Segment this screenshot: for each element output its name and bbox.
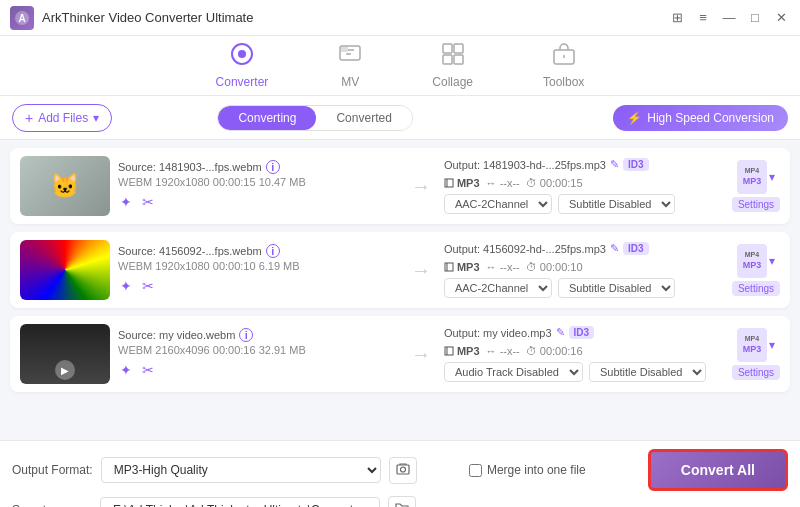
channel-select-1[interactable]: AAC-2Channel: [444, 194, 552, 214]
collage-icon: [441, 42, 465, 71]
svg-point-3: [238, 50, 246, 58]
settings-button-1[interactable]: Settings: [732, 197, 780, 212]
mv-icon: [338, 42, 362, 71]
file-actions-1: ✦ ✂: [118, 192, 398, 212]
bitrate-3: ↔ --x--: [486, 345, 520, 357]
subtitle-select-2[interactable]: Subtitle Disabled: [558, 278, 675, 298]
menu-button[interactable]: ≡: [694, 9, 712, 27]
file-meta-3: WEBM 2160x4096 00:00:16 32.91 MB: [118, 344, 398, 356]
file-list: 🐱 Source: 1481903-...fps.webm i WEBM 192…: [0, 140, 800, 440]
grid-button[interactable]: ⊞: [668, 9, 686, 27]
camera-button[interactable]: [389, 457, 417, 484]
output-source-2: Output: 4156092-hd-...25fps.mp3 ✎ ID3: [444, 242, 724, 255]
sparkle-button-1[interactable]: ✦: [118, 192, 134, 212]
cut-button-3[interactable]: ✂: [140, 360, 156, 380]
svg-text:A: A: [18, 13, 25, 24]
mp3-dropdown-icon-1[interactable]: ▾: [769, 170, 775, 184]
sparkle-button-3[interactable]: ✦: [118, 360, 134, 380]
add-files-label: Add Files: [38, 111, 88, 125]
app-title: ArkThinker Video Converter Ultimate: [42, 10, 253, 25]
bitrate-1: ↔ --x--: [486, 177, 520, 189]
merge-label: Merge into one file: [487, 463, 586, 477]
nav-mv[interactable]: MV: [328, 37, 372, 94]
file-meta-2: WEBM 1920x1080 00:00:10 6.19 MB: [118, 260, 398, 272]
cut-button-2[interactable]: ✂: [140, 276, 156, 296]
svg-rect-7: [454, 44, 463, 53]
svg-rect-8: [443, 55, 452, 64]
window-controls: ⊞ ≡ — □ ✕: [668, 9, 790, 27]
channel-select-3[interactable]: Audio Track Disabled: [444, 362, 583, 382]
title-bar: A ArkThinker Video Converter Ultimate ⊞ …: [0, 0, 800, 36]
settings-col-1: MP4 MP3 ▾ Settings: [732, 160, 780, 212]
nav-collage-label: Collage: [432, 75, 473, 89]
file-actions-3: ✦ ✂: [118, 360, 398, 380]
settings-col-2: MP4 MP3 ▾ Settings: [732, 244, 780, 296]
flash-icon: ⚡: [627, 111, 642, 125]
arrow-3: →: [406, 343, 436, 366]
channel-select-2[interactable]: AAC-2Channel: [444, 278, 552, 298]
info-icon-3: i: [239, 328, 253, 342]
output-format-select[interactable]: MP3-High Quality: [101, 457, 381, 483]
format-badge-3: MP3: [444, 345, 480, 357]
duration-1: ⏱ 00:00:15: [526, 177, 583, 189]
nav-collage[interactable]: Collage: [422, 37, 483, 94]
settings-button-3[interactable]: Settings: [732, 365, 780, 380]
output-controls-3: MP3 ↔ --x-- ⏱ 00:00:16: [444, 345, 724, 357]
edit-icon-1: ✎: [610, 158, 619, 171]
mp3-icon-1: MP4 MP3: [737, 160, 767, 194]
nav-bar: Converter MV Collage: [0, 36, 800, 96]
nav-converter-label: Converter: [216, 75, 269, 89]
app-logo: A: [10, 6, 34, 30]
sparkle-button-2[interactable]: ✦: [118, 276, 134, 296]
tab-group: Converting Converted: [217, 105, 412, 131]
id3-badge-3: ID3: [569, 326, 595, 339]
tab-converting[interactable]: Converting: [218, 106, 316, 130]
output-controls-1: MP3 ↔ --x-- ⏱ 00:00:15: [444, 177, 724, 189]
subtitle-select-3[interactable]: Subtitle Disabled: [589, 362, 706, 382]
nav-converter[interactable]: Converter: [206, 37, 279, 94]
file-info-2: Source: 4156092-...fps.webm i WEBM 1920x…: [118, 244, 398, 296]
maximize-button[interactable]: □: [746, 9, 764, 27]
settings-col-3: MP4 MP3 ▾ Settings: [732, 328, 780, 380]
file-meta-1: WEBM 1920x1080 00:00:15 10.47 MB: [118, 176, 398, 188]
file-source-1: Source: 1481903-...fps.webm i: [118, 160, 398, 174]
settings-button-2[interactable]: Settings: [732, 281, 780, 296]
high-speed-button[interactable]: ⚡ High Speed Conversion: [613, 105, 788, 131]
save-to-label: Save to:: [12, 503, 92, 508]
bottom-bar: Output Format: MP3-High Quality Merge in…: [0, 440, 800, 507]
svg-point-18: [400, 467, 405, 472]
merge-checkbox[interactable]: [469, 464, 482, 477]
file-info-3: Source: my video.webm i WEBM 2160x4096 0…: [118, 328, 398, 380]
mp3-dropdown-icon-3[interactable]: ▾: [769, 338, 775, 352]
convert-all-button[interactable]: Convert All: [648, 449, 788, 491]
svg-rect-15: [445, 347, 453, 355]
close-button[interactable]: ✕: [772, 9, 790, 27]
folder-button[interactable]: [388, 496, 416, 507]
tab-converted[interactable]: Converted: [316, 106, 411, 130]
add-files-button[interactable]: + Add Files ▾: [12, 104, 112, 132]
plus-icon: +: [25, 110, 33, 126]
info-icon-2: i: [266, 244, 280, 258]
id3-badge-1: ID3: [623, 158, 649, 171]
file-actions-2: ✦ ✂: [118, 276, 398, 296]
save-to-select[interactable]: E:\ArkThinker\ArkThink...ter Ultimate\Co…: [100, 497, 380, 508]
cut-button-1[interactable]: ✂: [140, 192, 156, 212]
format-badge-2: MP3: [444, 261, 480, 273]
id3-badge-2: ID3: [623, 242, 649, 255]
subtitle-select-1[interactable]: Subtitle Disabled: [558, 194, 675, 214]
output-area-1: Output: 1481903-hd-...25fps.mp3 ✎ ID3 MP…: [444, 158, 724, 214]
mp3-dropdown-icon-2[interactable]: ▾: [769, 254, 775, 268]
edit-icon-3: ✎: [556, 326, 565, 339]
nav-toolbox-label: Toolbox: [543, 75, 584, 89]
output-area-3: Output: my video.mp3 ✎ ID3 MP3 ↔ --x-- ⏱…: [444, 326, 724, 382]
toolbar: + Add Files ▾ Converting Converted ⚡ Hig…: [0, 96, 800, 140]
mp3-icon-2: MP4 MP3: [737, 244, 767, 278]
output-controls-2: MP3 ↔ --x-- ⏱ 00:00:10: [444, 261, 724, 273]
save-to-row: Save to: E:\ArkThinker\ArkThink...ter Ul…: [12, 496, 788, 507]
thumbnail-3: ▶: [20, 324, 110, 384]
output-source-3: Output: my video.mp3 ✎ ID3: [444, 326, 724, 339]
nav-toolbox[interactable]: Toolbox: [533, 37, 594, 94]
svg-rect-11: [445, 179, 453, 187]
file-info-1: Source: 1481903-...fps.webm i WEBM 1920x…: [118, 160, 398, 212]
minimize-button[interactable]: —: [720, 9, 738, 27]
